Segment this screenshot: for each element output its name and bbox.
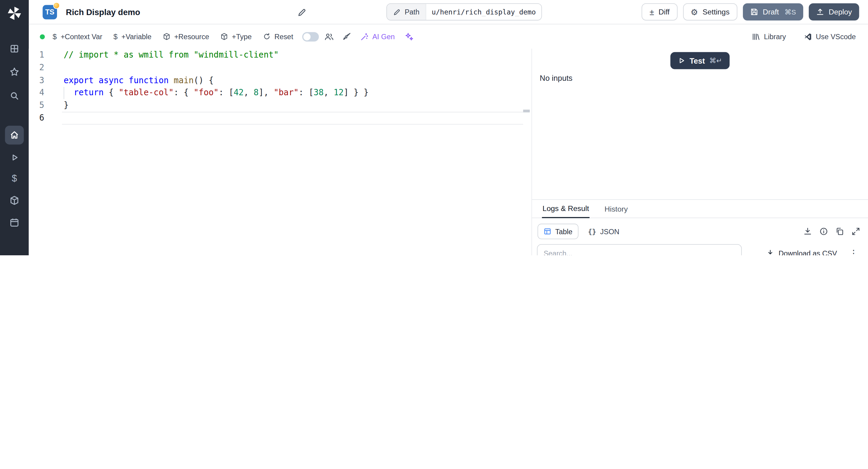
ai-gen-button[interactable]: AI Gen	[357, 30, 398, 43]
sidebar: $ ⚙ ?	[0, 0, 29, 255]
library-icon	[752, 32, 760, 41]
download-result-icon[interactable]	[803, 227, 812, 236]
workspace: 1// import * as wmill from "windmill-cli…	[29, 49, 868, 255]
deploy-button[interactable]: Deploy	[809, 3, 859, 21]
top-header: TS Rich Display demo Path ± Diff	[29, 0, 868, 24]
format-brush-icon[interactable]	[342, 32, 351, 41]
library-button[interactable]: Library	[748, 30, 789, 43]
table-grid-icon	[544, 227, 552, 236]
code-line: 4 return { "table-col": { "foo": [42, 8]…	[29, 87, 532, 99]
info-icon[interactable]	[819, 227, 828, 236]
emoji-badge	[53, 2, 60, 8]
package-icon	[162, 33, 170, 40]
kebab-menu-icon[interactable]: ⋮	[847, 249, 860, 255]
multiplayer-toggle[interactable]	[302, 32, 318, 41]
download-icon	[766, 249, 774, 255]
line-number: 5	[29, 99, 44, 112]
draft-shortcut: ⌘S	[784, 8, 796, 16]
language-badge-ts: TS	[42, 5, 57, 19]
favorites-star-icon[interactable]	[5, 63, 24, 82]
code-line: 5}	[29, 99, 532, 112]
draft-button[interactable]: Draft ⌘S	[743, 3, 803, 21]
current-line-highlight	[62, 112, 523, 124]
header-actions: ± Diff ⚙ Settings Draft ⌘S Deploy	[642, 3, 859, 21]
result-search-row: Download as CSV ⋮	[532, 239, 868, 255]
search-icon[interactable]	[5, 87, 24, 105]
toggle-knob	[303, 33, 310, 40]
result-tabs: Logs & Result History	[532, 200, 868, 218]
use-vscode-button[interactable]: Use VScode	[800, 30, 859, 43]
line-number: 2	[29, 61, 44, 74]
result-view-row: Table {} JSON	[532, 218, 868, 239]
add-context-var-button[interactable]: $ +Context Var	[49, 30, 105, 43]
copy-icon[interactable]	[835, 227, 844, 236]
expand-icon[interactable]	[851, 227, 860, 236]
path-input[interactable]	[426, 4, 541, 20]
edit-summary-pencil-icon[interactable]	[296, 7, 308, 19]
status-dot	[40, 34, 45, 39]
dollar-icon: $	[113, 32, 118, 41]
add-resource-button[interactable]: +Resource	[159, 30, 213, 43]
indent-guide	[64, 87, 64, 99]
code-editor[interactable]: 1// import * as wmill from "windmill-cli…	[29, 49, 532, 255]
view-toggle-json[interactable]: {} JSON	[582, 224, 626, 239]
line-number: 4	[29, 87, 44, 99]
apps-grid-icon[interactable]	[5, 39, 24, 58]
package-icon	[220, 33, 228, 40]
runs-play-icon[interactable]	[5, 148, 24, 166]
path-pencil-icon	[393, 8, 401, 16]
search-input[interactable]	[537, 244, 742, 255]
play-icon	[678, 57, 685, 64]
no-inputs-text: No inputs	[540, 73, 868, 82]
windmill-logo-icon[interactable]	[6, 5, 23, 22]
editor-toolbar: $ +Context Var $ +Variable +Resource +Ty…	[29, 24, 868, 49]
tab-logs-and-result[interactable]: Logs & Result	[542, 205, 590, 218]
diff-icon: ±	[650, 8, 654, 16]
page-title: Rich Display demo	[66, 7, 140, 17]
code-line: 2	[29, 61, 532, 74]
run-area: Test ⌘↵ No inputs	[532, 49, 868, 199]
gear-icon: ⚙	[691, 8, 698, 16]
deploy-icon	[816, 8, 824, 16]
save-icon	[750, 8, 758, 16]
test-button[interactable]: Test ⌘↵	[670, 52, 730, 69]
path-label-text: Path	[405, 8, 420, 16]
tab-history[interactable]: History	[604, 205, 628, 218]
logs-result-section: Logs & Result History Table {} JSON	[532, 199, 868, 255]
windmill-script-editor: $ ⚙ ? TS	[0, 0, 868, 255]
path-label[interactable]: Path	[387, 4, 426, 20]
schedules-calendar-icon[interactable]	[5, 213, 24, 232]
line-number: 1	[29, 49, 44, 61]
braces-icon: {}	[588, 227, 596, 236]
code-line: 1// import * as wmill from "windmill-cli…	[29, 49, 532, 61]
wand-icon	[360, 32, 369, 41]
path-group: Path	[386, 3, 542, 21]
diff-button[interactable]: ± Diff	[642, 3, 677, 21]
vscode-icon	[804, 32, 812, 41]
ts-label: TS	[45, 8, 55, 16]
variables-dollar-icon[interactable]: $	[5, 169, 24, 187]
overview-ruler-mark	[523, 110, 530, 113]
dollar-icon: $	[53, 32, 57, 41]
resources-cube-icon[interactable]	[5, 191, 24, 210]
reset-button[interactable]: Reset	[259, 30, 297, 43]
code-line: 3export async function main() {	[29, 74, 532, 87]
preview-pane: Test ⌘↵ No inputs Logs & Result History	[531, 49, 868, 255]
line-number: 6	[29, 112, 44, 124]
view-toggle-table[interactable]: Table	[537, 224, 578, 239]
code-lines: 1// import * as wmill from "windmill-cli…	[29, 49, 532, 255]
test-shortcut: ⌘↵	[710, 56, 722, 65]
add-variable-button[interactable]: $ +Variable	[110, 30, 155, 43]
home-icon[interactable]	[5, 126, 24, 145]
add-type-button[interactable]: +Type	[217, 30, 255, 43]
rotate-icon	[263, 33, 271, 40]
sparkles-icon[interactable]	[405, 32, 413, 41]
line-number: 3	[29, 74, 44, 87]
download-as-csv-button[interactable]: Download as CSV	[765, 247, 838, 255]
collaborators-icon[interactable]	[324, 32, 334, 41]
settings-button[interactable]: ⚙ Settings	[683, 3, 737, 21]
